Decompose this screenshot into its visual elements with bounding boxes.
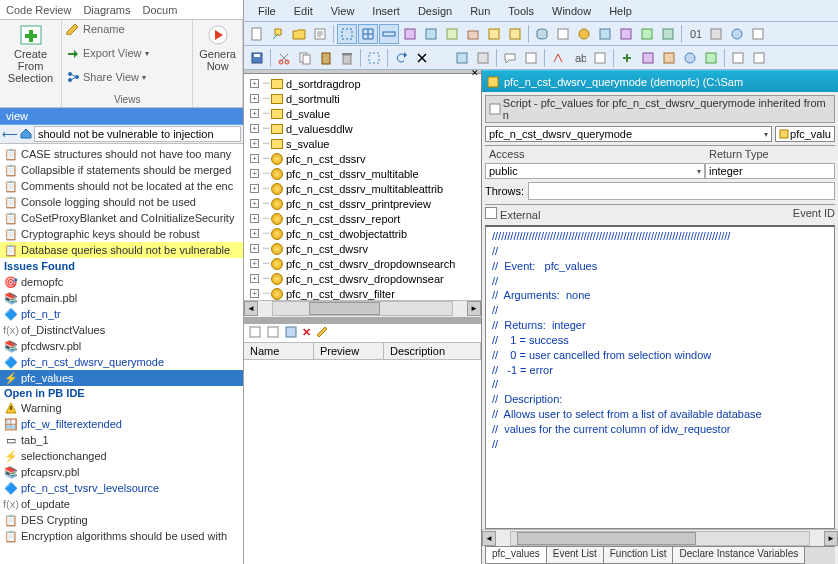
grid-button[interactable]	[358, 24, 378, 44]
close-icon[interactable]: ✕	[471, 70, 479, 78]
tree-row[interactable]: +┈d_valuesddlw	[244, 121, 481, 136]
menu-edit[interactable]: Edit	[286, 3, 321, 19]
rule-item[interactable]: 📋CoSetProxyBlanket and CoInitializeSecur…	[0, 210, 243, 226]
object-combo[interactable]: pfc_n_cst_dwsrv_querymode▾	[485, 126, 772, 142]
tree-row[interactable]: +┈d_sortdragdrop	[244, 76, 481, 91]
database-button[interactable]	[532, 24, 552, 44]
tree-row[interactable]: +┈d_svalue	[244, 106, 481, 121]
tb-btn[interactable]	[638, 48, 658, 68]
tab-event-list[interactable]: Event List	[546, 547, 604, 564]
tb-btn[interactable]	[590, 48, 610, 68]
expand-icon[interactable]: +	[250, 274, 259, 283]
expand-icon[interactable]: +	[250, 259, 259, 268]
delete-button[interactable]	[337, 48, 357, 68]
rule-item[interactable]: 📋Encryption algorithms should be used wi…	[0, 528, 243, 544]
tree-node-library[interactable]: 📚pfcapsrv.pbl	[0, 464, 243, 480]
scroll-thumb[interactable]	[309, 302, 381, 315]
tb-btn[interactable]	[680, 48, 700, 68]
tb-btn[interactable]	[749, 48, 769, 68]
select-all-button[interactable]	[364, 48, 384, 68]
tree-row[interactable]: +┈pfc_n_cst_dwsrv_filter	[244, 286, 481, 300]
export-view-button[interactable]: Export View▾	[66, 46, 149, 60]
tree-row[interactable]: +┈pfc_n_cst_dssrv_multitable	[244, 166, 481, 181]
tb-btn[interactable]: ab	[569, 48, 589, 68]
tb-btn[interactable]	[473, 48, 493, 68]
cut-button[interactable]	[274, 48, 294, 68]
rule-item[interactable]: 📋CASE structures should not have too man…	[0, 146, 243, 162]
ruler-button[interactable]	[379, 24, 399, 44]
expand-icon[interactable]: +	[250, 139, 259, 148]
tree-node-object[interactable]: 🪟pfc_w_filterextended	[0, 416, 243, 432]
tb-btn[interactable]	[701, 48, 721, 68]
tree-row[interactable]: +┈pfc_n_cst_dwobjectattrib	[244, 226, 481, 241]
menu-design[interactable]: Design	[410, 3, 460, 19]
col-name[interactable]: Name	[244, 343, 314, 359]
tb-btn[interactable]: 010	[685, 24, 705, 44]
home-icon[interactable]	[20, 127, 32, 141]
undo-button[interactable]	[391, 48, 411, 68]
tree-node-object[interactable]: 🔷pfc_n_cst_dwsrv_querymode	[0, 354, 243, 370]
edit-prop-btn[interactable]	[315, 325, 329, 341]
tree-node-function[interactable]: f(x)of_DistinctValues	[0, 322, 243, 338]
tree-row[interactable]: +┈pfc_n_cst_dssrv_printpreview	[244, 196, 481, 211]
save-button[interactable]	[247, 48, 267, 68]
tree-node-project[interactable]: 🎯demopfc	[0, 274, 243, 290]
throws-input[interactable]	[528, 182, 835, 200]
expand-icon[interactable]: +	[250, 214, 259, 223]
menu-insert[interactable]: Insert	[364, 3, 408, 19]
menu-file[interactable]: File	[250, 3, 284, 19]
create-from-selection-button[interactable]: Create From Selection	[4, 22, 57, 86]
menu-tools[interactable]: Tools	[500, 3, 542, 19]
tb-btn[interactable]	[748, 24, 768, 44]
tree-row[interactable]: +┈pfc_n_cst_dssrv	[244, 151, 481, 166]
external-checkbox[interactable]	[485, 207, 497, 219]
tree-node-event-selected[interactable]: ⚡pfc_values	[0, 370, 243, 386]
tree-row[interactable]: +┈d_sortmulti	[244, 91, 481, 106]
tree-node-library[interactable]: 📚pfcdwsrv.pbl	[0, 338, 243, 354]
expand-icon[interactable]: +	[250, 289, 259, 298]
tree-hscroll[interactable]: ◄ ►	[244, 300, 481, 317]
expand-icon[interactable]: +	[250, 229, 259, 238]
comment-button[interactable]	[500, 48, 520, 68]
scroll-right-icon[interactable]: ►	[824, 531, 838, 546]
tree-row[interactable]: +┈pfc_n_cst_dssrv_report	[244, 211, 481, 226]
menu-help[interactable]: Help	[601, 3, 640, 19]
tb-btn[interactable]	[452, 48, 472, 68]
scroll-left-icon[interactable]: ◄	[244, 301, 258, 316]
scroll-left-icon[interactable]: ◄	[482, 531, 496, 546]
tb-btn[interactable]	[421, 24, 441, 44]
object-tree[interactable]: +┈d_sortdragdrop+┈d_sortmulti+┈d_svalue+…	[244, 74, 481, 300]
event-combo[interactable]: pfc_valu	[775, 126, 835, 142]
expand-icon[interactable]: +	[250, 154, 259, 163]
tb-btn[interactable]	[658, 24, 678, 44]
ribbon-tab-diagrams[interactable]: Diagrams	[77, 0, 136, 19]
search-input[interactable]	[34, 126, 241, 142]
tree-row[interactable]: +┈pfc_n_cst_dwsrv_dropdownsear	[244, 271, 481, 286]
tree-node-object[interactable]: 🔷pfc_n_cst_tvsrv_levelsource	[0, 480, 243, 496]
paste-button[interactable]	[316, 48, 336, 68]
warning-node[interactable]: Warning	[0, 400, 243, 416]
col-description[interactable]: Description	[384, 343, 481, 359]
prop-btn[interactable]	[266, 325, 280, 341]
tree-node-control[interactable]: ▭tab_1	[0, 432, 243, 448]
menu-run[interactable]: Run	[462, 3, 498, 19]
tree-node-event[interactable]: ⚡selectionchanged	[0, 448, 243, 464]
tree-node-library[interactable]: 📚pfcmain.pbl	[0, 290, 243, 306]
select-button[interactable]	[337, 24, 357, 44]
generate-now-button[interactable]: Genera Now	[197, 22, 238, 74]
rule-item[interactable]: 📋DES Crypting	[0, 512, 243, 528]
copy-button[interactable]	[295, 48, 315, 68]
tb-btn[interactable]	[548, 48, 568, 68]
code-hscroll[interactable]: ◄ ►	[482, 529, 838, 546]
tb-btn[interactable]	[595, 24, 615, 44]
rule-item[interactable]: 📋Collapsible if statements should be mer…	[0, 162, 243, 178]
expand-icon[interactable]: +	[250, 199, 259, 208]
expand-icon[interactable]: +	[250, 184, 259, 193]
tb-btn[interactable]	[463, 24, 483, 44]
delete-prop-btn[interactable]: ✕	[302, 326, 311, 339]
tb-btn[interactable]	[574, 24, 594, 44]
tree-row[interactable]: +┈pfc_n_cst_dwsrv	[244, 241, 481, 256]
tb-btn[interactable]	[484, 24, 504, 44]
open-in-ide-link[interactable]: Open in PB IDE	[0, 386, 243, 400]
rule-item[interactable]: 📋Comments should not be located at the e…	[0, 178, 243, 194]
